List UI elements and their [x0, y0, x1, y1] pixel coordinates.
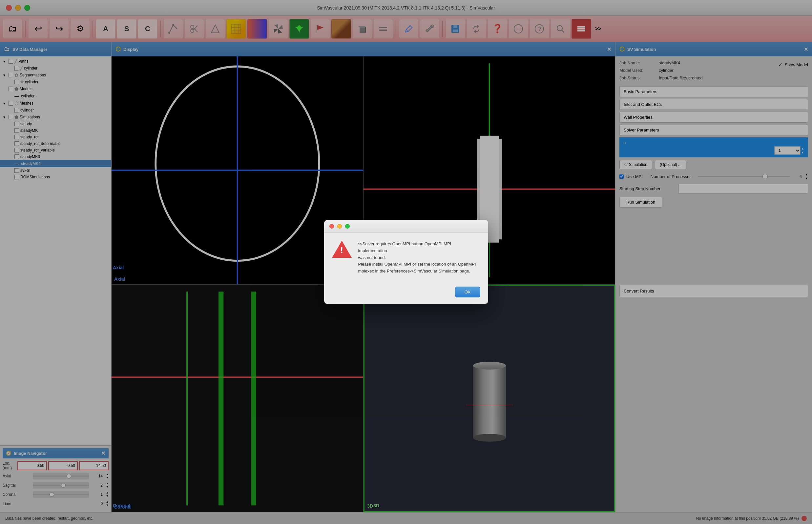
modal-line3: Please install OpenMPI MPI or set the lo…: [358, 262, 476, 266]
modal-overlay[interactable]: svSolver requires OpenMPI but an OpenMPI…: [0, 0, 812, 524]
modal-title-bar: [324, 220, 488, 233]
modal-minimize-btn[interactable]: [337, 224, 342, 229]
modal-line2: was not found.: [358, 255, 386, 260]
modal-maximize-btn[interactable]: [345, 224, 350, 229]
warning-icon: [332, 241, 352, 258]
modal-body: svSolver requires OpenMPI but an OpenMPI…: [324, 233, 488, 283]
modal-message: svSolver requires OpenMPI but an OpenMPI…: [358, 241, 480, 275]
modal-line4: mpiexec in the Preferences->SimVascular …: [358, 268, 471, 274]
modal-line1: svSolver requires OpenMPI but an OpenMPI…: [358, 241, 451, 253]
modal-footer: OK: [324, 283, 488, 304]
modal-close-btn[interactable]: [329, 224, 334, 229]
modal-ok-button[interactable]: OK: [455, 286, 480, 297]
modal-dialog: svSolver requires OpenMPI but an OpenMPI…: [324, 220, 488, 304]
